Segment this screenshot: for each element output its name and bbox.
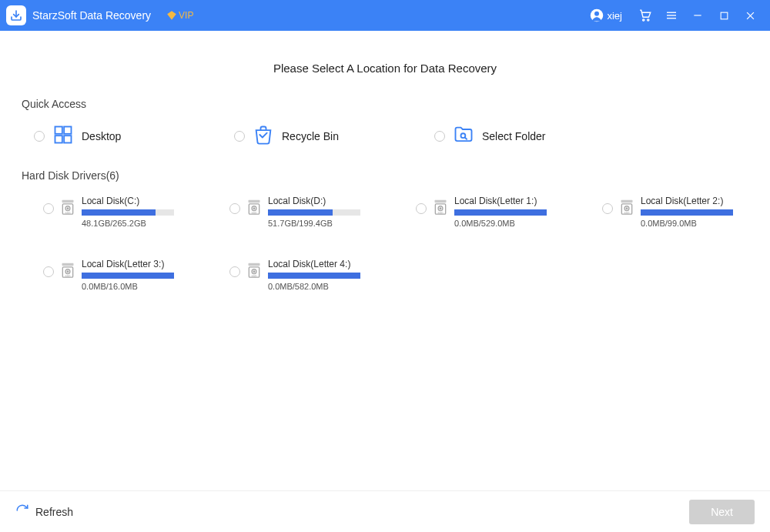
- disk-item[interactable]: SSDLocal Disk(Letter 2:)0.0MB/99.0MB: [602, 196, 770, 228]
- radio-icon: [416, 203, 427, 214]
- app-title: StarzSoft Data Recovery: [32, 9, 151, 22]
- disk-usage-bar: [641, 209, 733, 216]
- disk-body: Local Disk(C:)48.1GB/265.2GB: [82, 196, 174, 228]
- disk-item[interactable]: SSDLocal Disk(C:)48.1GB/265.2GB: [43, 196, 220, 228]
- svg-point-46: [253, 271, 255, 273]
- vip-badge: VIP: [166, 10, 193, 21]
- disk-size: 0.0MB/582.0MB: [268, 282, 360, 291]
- disk-usage-bar: [82, 273, 174, 279]
- radio-icon: [34, 131, 45, 142]
- desktop-icon: [52, 124, 74, 148]
- quick-access-recycle-bin[interactable]: Recycle Bin: [234, 124, 403, 148]
- disks-grid: SSDLocal Disk(C:)48.1GB/265.2GBSSDLocal …: [22, 196, 748, 291]
- quick-access-desktop[interactable]: Desktop: [34, 124, 203, 148]
- svg-text:SSD: SSD: [438, 212, 444, 215]
- folder-search-icon: [453, 124, 474, 148]
- titlebar: StarzSoft Data Recovery VIP xiej: [0, 0, 770, 31]
- refresh-button[interactable]: Refresh: [15, 504, 73, 520]
- svg-point-2: [594, 12, 599, 16]
- svg-rect-14: [55, 136, 62, 142]
- ssd-drive-icon: SSD: [246, 262, 262, 281]
- disk-usage-fill: [454, 209, 547, 216]
- svg-rect-13: [64, 127, 71, 134]
- disk-size: 0.0MB/99.0MB: [641, 219, 733, 228]
- disk-usage-bar: [268, 273, 360, 279]
- disk-size: 48.1GB/265.2GB: [82, 219, 174, 228]
- menu-button[interactable]: [661, 5, 682, 26]
- disk-item[interactable]: SSDLocal Disk(D:)51.7GB/199.4GB: [229, 196, 407, 228]
- radio-icon: [602, 203, 613, 214]
- disk-name: Local Disk(Letter 4:): [268, 259, 360, 269]
- titlebar-left: StarzSoft Data Recovery VIP: [6, 5, 193, 25]
- disk-usage-fill: [82, 209, 156, 216]
- disk-usage-fill: [268, 209, 333, 216]
- refresh-icon: [15, 504, 29, 520]
- radio-icon: [229, 266, 240, 277]
- svg-rect-43: [249, 263, 260, 266]
- svg-point-21: [67, 208, 69, 209]
- maximize-button[interactable]: [713, 5, 735, 26]
- disk-usage-bar: [454, 209, 547, 216]
- disk-size: 51.7GB/199.4GB: [268, 219, 360, 228]
- svg-point-41: [67, 271, 69, 273]
- recycle-bin-icon: [253, 124, 274, 148]
- refresh-label: Refresh: [35, 506, 73, 518]
- svg-rect-18: [62, 200, 74, 202]
- radio-icon: [43, 266, 54, 277]
- radio-icon: [229, 203, 240, 214]
- disk-name: Local Disk(Letter 2:): [641, 196, 733, 206]
- svg-text:SSD: SSD: [252, 275, 257, 278]
- disk-body: Local Disk(Letter 2:)0.0MB/99.0MB: [641, 196, 733, 228]
- main-content: Please Select A Location for Data Recove…: [0, 31, 770, 291]
- radio-icon: [43, 203, 54, 214]
- disk-item[interactable]: SSDLocal Disk(Letter 3:)0.0MB/16.0MB: [43, 259, 220, 291]
- user-area[interactable]: xiej: [590, 8, 622, 22]
- disk-usage-fill: [268, 273, 360, 279]
- svg-point-4: [648, 19, 649, 21]
- quick-access-label: Desktop: [82, 130, 121, 142]
- disk-name: Local Disk(C:): [82, 196, 174, 206]
- svg-point-26: [253, 208, 255, 209]
- svg-text:SSD: SSD: [252, 212, 257, 215]
- footer: Refresh Next: [0, 490, 770, 532]
- radio-icon: [234, 131, 245, 142]
- svg-point-3: [643, 19, 644, 21]
- ssd-drive-icon: SSD: [60, 199, 75, 218]
- svg-text:SSD: SSD: [65, 275, 71, 278]
- quick-access-select-folder[interactable]: Select Folder: [434, 124, 604, 148]
- quick-access-heading: Quick Access: [22, 98, 748, 110]
- quick-access-label: Recycle Bin: [282, 130, 339, 142]
- svg-rect-15: [64, 136, 71, 142]
- ssd-drive-icon: SSD: [60, 262, 75, 281]
- disk-item[interactable]: SSDLocal Disk(Letter 4:)0.0MB/582.0MB: [229, 259, 407, 291]
- svg-rect-38: [62, 263, 74, 266]
- disk-usage-bar: [82, 209, 174, 216]
- next-button[interactable]: Next: [689, 500, 755, 524]
- close-button[interactable]: [739, 5, 761, 26]
- disk-name: Local Disk(Letter 3:): [82, 259, 174, 269]
- ssd-drive-icon: SSD: [619, 199, 634, 218]
- page-headline: Please Select A Location for Data Recove…: [22, 62, 748, 75]
- ssd-drive-icon: SSD: [246, 199, 262, 218]
- svg-point-31: [440, 208, 441, 209]
- titlebar-right: xiej: [590, 5, 761, 26]
- ssd-drive-icon: SSD: [433, 199, 448, 218]
- disk-name: Local Disk(D:): [268, 196, 360, 206]
- disk-item[interactable]: SSDLocal Disk(Letter 1:)0.0MB/529.0MB: [416, 196, 593, 228]
- disk-body: Local Disk(Letter 4:)0.0MB/582.0MB: [268, 259, 360, 291]
- radio-icon: [434, 131, 445, 142]
- minimize-button[interactable]: [687, 5, 708, 26]
- cart-button[interactable]: [634, 5, 656, 26]
- quick-access-row: Desktop Recycle Bin Select Folder: [22, 124, 748, 148]
- disk-body: Local Disk(D:)51.7GB/199.4GB: [268, 196, 360, 228]
- app-logo: [6, 5, 26, 25]
- disk-body: Local Disk(Letter 3:)0.0MB/16.0MB: [82, 259, 174, 291]
- disk-size: 0.0MB/529.0MB: [454, 219, 547, 228]
- hard-disk-heading: Hard Disk Drivers(6): [22, 169, 748, 182]
- disk-usage-fill: [82, 273, 174, 279]
- svg-text:SSD: SSD: [624, 212, 630, 215]
- disk-name: Local Disk(Letter 1:): [454, 196, 547, 206]
- svg-rect-12: [55, 127, 62, 134]
- svg-rect-28: [435, 200, 447, 202]
- disk-usage-fill: [641, 209, 733, 216]
